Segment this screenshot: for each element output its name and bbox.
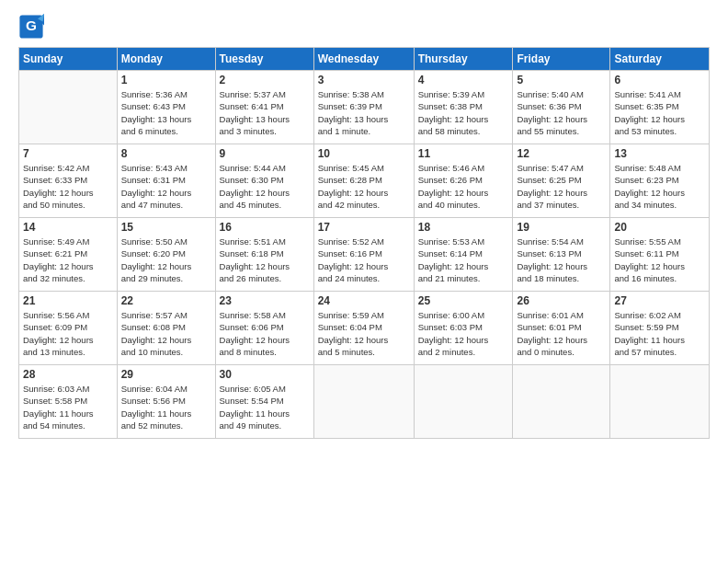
day-cell: 10Sunrise: 5:45 AM Sunset: 6:28 PM Dayli… <box>313 144 414 218</box>
day-cell: 30Sunrise: 6:05 AM Sunset: 5:54 PM Dayli… <box>215 365 313 439</box>
day-cell: 27Sunrise: 6:02 AM Sunset: 5:59 PM Dayli… <box>610 292 710 365</box>
day-info: Sunrise: 5:45 AM Sunset: 6:28 PM Dayligh… <box>318 162 410 211</box>
day-info: Sunrise: 5:58 AM Sunset: 6:06 PM Dayligh… <box>220 309 310 358</box>
day-info: Sunrise: 5:38 AM Sunset: 6:39 PM Dayligh… <box>318 88 410 137</box>
day-number: 30 <box>220 368 310 381</box>
day-number: 1 <box>121 74 211 86</box>
day-number: 22 <box>121 294 211 307</box>
col-header-tuesday: Tuesday <box>215 48 313 71</box>
header-row: SundayMondayTuesdayWednesdayThursdayFrid… <box>19 48 710 71</box>
day-number: 2 <box>220 74 310 86</box>
col-header-wednesday: Wednesday <box>313 48 414 71</box>
day-number: 3 <box>318 74 410 86</box>
day-info: Sunrise: 5:52 AM Sunset: 6:16 PM Dayligh… <box>318 236 410 284</box>
day-cell: 26Sunrise: 6:01 AM Sunset: 6:01 PM Dayli… <box>513 292 610 365</box>
day-number: 27 <box>614 294 705 307</box>
day-info: Sunrise: 6:04 AM Sunset: 5:56 PM Dayligh… <box>121 383 211 431</box>
day-cell: 28Sunrise: 6:03 AM Sunset: 5:58 PM Dayli… <box>19 365 118 439</box>
day-info: Sunrise: 6:05 AM Sunset: 5:54 PM Dayligh… <box>220 383 310 431</box>
day-number: 11 <box>418 147 509 160</box>
day-info: Sunrise: 5:54 AM Sunset: 6:13 PM Dayligh… <box>517 236 606 284</box>
col-header-sunday: Sunday <box>19 48 118 71</box>
day-number: 20 <box>614 221 705 234</box>
day-info: Sunrise: 5:50 AM Sunset: 6:20 PM Dayligh… <box>121 236 211 284</box>
day-number: 18 <box>418 221 509 234</box>
day-info: Sunrise: 5:49 AM Sunset: 6:21 PM Dayligh… <box>23 236 113 284</box>
day-cell: 6Sunrise: 5:41 AM Sunset: 6:35 PM Daylig… <box>610 71 710 144</box>
day-info: Sunrise: 5:56 AM Sunset: 6:09 PM Dayligh… <box>23 309 113 358</box>
day-info: Sunrise: 5:42 AM Sunset: 6:33 PM Dayligh… <box>23 162 113 211</box>
day-info: Sunrise: 5:57 AM Sunset: 6:08 PM Dayligh… <box>121 309 211 358</box>
day-cell: 4Sunrise: 5:39 AM Sunset: 6:38 PM Daylig… <box>414 71 513 144</box>
day-number: 19 <box>517 221 606 234</box>
calendar-page: G SundayMondayTuesdayWednesdayThursdayFr… <box>0 0 728 563</box>
day-info: Sunrise: 5:36 AM Sunset: 6:43 PM Dayligh… <box>121 88 211 137</box>
col-header-friday: Friday <box>513 48 610 71</box>
day-cell: 20Sunrise: 5:55 AM Sunset: 6:11 PM Dayli… <box>610 218 710 292</box>
day-number: 12 <box>517 147 606 160</box>
day-cell: 24Sunrise: 5:59 AM Sunset: 6:04 PM Dayli… <box>313 292 414 365</box>
day-cell: 23Sunrise: 5:58 AM Sunset: 6:06 PM Dayli… <box>215 292 313 365</box>
day-number: 24 <box>318 294 410 307</box>
day-info: Sunrise: 5:46 AM Sunset: 6:26 PM Dayligh… <box>418 162 509 211</box>
day-cell: 21Sunrise: 5:56 AM Sunset: 6:09 PM Dayli… <box>19 292 118 365</box>
day-number: 23 <box>220 294 310 307</box>
calendar-table: SundayMondayTuesdayWednesdayThursdayFrid… <box>18 47 710 439</box>
day-number: 5 <box>517 74 606 86</box>
day-cell <box>313 365 414 439</box>
day-cell: 5Sunrise: 5:40 AM Sunset: 6:36 PM Daylig… <box>513 71 610 144</box>
day-number: 13 <box>614 147 705 160</box>
day-number: 8 <box>121 147 211 160</box>
day-number: 28 <box>23 368 113 381</box>
day-cell <box>610 365 710 439</box>
day-info: Sunrise: 6:00 AM Sunset: 6:03 PM Dayligh… <box>418 309 509 358</box>
day-number: 25 <box>418 294 509 307</box>
header: G <box>18 14 710 40</box>
svg-text:G: G <box>26 17 37 33</box>
day-cell: 25Sunrise: 6:00 AM Sunset: 6:03 PM Dayli… <box>414 292 513 365</box>
day-number: 10 <box>318 147 410 160</box>
day-cell: 7Sunrise: 5:42 AM Sunset: 6:33 PM Daylig… <box>19 144 118 218</box>
col-header-thursday: Thursday <box>414 48 513 71</box>
day-cell: 22Sunrise: 5:57 AM Sunset: 6:08 PM Dayli… <box>117 292 215 365</box>
day-number: 16 <box>220 221 310 234</box>
logo-icon: G <box>18 14 44 40</box>
day-info: Sunrise: 5:39 AM Sunset: 6:38 PM Dayligh… <box>418 88 509 137</box>
logo: G <box>18 14 46 40</box>
day-info: Sunrise: 5:55 AM Sunset: 6:11 PM Dayligh… <box>614 236 705 284</box>
day-cell: 1Sunrise: 5:36 AM Sunset: 6:43 PM Daylig… <box>117 71 215 144</box>
day-info: Sunrise: 5:53 AM Sunset: 6:14 PM Dayligh… <box>418 236 509 284</box>
week-row-4: 21Sunrise: 5:56 AM Sunset: 6:09 PM Dayli… <box>19 292 710 365</box>
day-number: 21 <box>23 294 113 307</box>
day-info: Sunrise: 6:03 AM Sunset: 5:58 PM Dayligh… <box>23 383 113 431</box>
day-cell <box>513 365 610 439</box>
day-number: 26 <box>517 294 606 307</box>
day-cell: 15Sunrise: 5:50 AM Sunset: 6:20 PM Dayli… <box>117 218 215 292</box>
day-cell: 29Sunrise: 6:04 AM Sunset: 5:56 PM Dayli… <box>117 365 215 439</box>
day-number: 17 <box>318 221 410 234</box>
day-number: 7 <box>23 147 113 160</box>
day-number: 14 <box>23 221 113 234</box>
day-number: 6 <box>614 74 705 86</box>
day-info: Sunrise: 5:43 AM Sunset: 6:31 PM Dayligh… <box>121 162 211 211</box>
day-cell: 13Sunrise: 5:48 AM Sunset: 6:23 PM Dayli… <box>610 144 710 218</box>
day-cell: 11Sunrise: 5:46 AM Sunset: 6:26 PM Dayli… <box>414 144 513 218</box>
day-cell: 8Sunrise: 5:43 AM Sunset: 6:31 PM Daylig… <box>117 144 215 218</box>
day-cell <box>19 71 118 144</box>
week-row-3: 14Sunrise: 5:49 AM Sunset: 6:21 PM Dayli… <box>19 218 710 292</box>
day-cell: 16Sunrise: 5:51 AM Sunset: 6:18 PM Dayli… <box>215 218 313 292</box>
day-info: Sunrise: 6:02 AM Sunset: 5:59 PM Dayligh… <box>614 309 705 358</box>
week-row-5: 28Sunrise: 6:03 AM Sunset: 5:58 PM Dayli… <box>19 365 710 439</box>
day-info: Sunrise: 5:59 AM Sunset: 6:04 PM Dayligh… <box>318 309 410 358</box>
day-cell: 9Sunrise: 5:44 AM Sunset: 6:30 PM Daylig… <box>215 144 313 218</box>
day-info: Sunrise: 6:01 AM Sunset: 6:01 PM Dayligh… <box>517 309 606 358</box>
day-cell: 3Sunrise: 5:38 AM Sunset: 6:39 PM Daylig… <box>313 71 414 144</box>
day-cell <box>414 365 513 439</box>
day-info: Sunrise: 5:37 AM Sunset: 6:41 PM Dayligh… <box>220 88 310 137</box>
day-number: 29 <box>121 368 211 381</box>
day-info: Sunrise: 5:41 AM Sunset: 6:35 PM Dayligh… <box>614 88 705 137</box>
day-info: Sunrise: 5:48 AM Sunset: 6:23 PM Dayligh… <box>614 162 705 211</box>
col-header-monday: Monday <box>117 48 215 71</box>
day-cell: 18Sunrise: 5:53 AM Sunset: 6:14 PM Dayli… <box>414 218 513 292</box>
day-cell: 19Sunrise: 5:54 AM Sunset: 6:13 PM Dayli… <box>513 218 610 292</box>
